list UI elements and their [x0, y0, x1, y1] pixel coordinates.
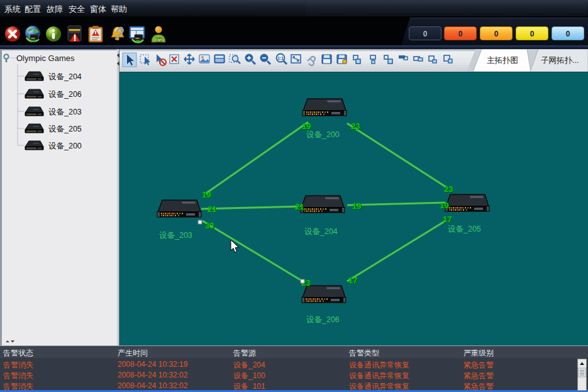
svg-text:19: 19	[440, 201, 448, 210]
svg-text:设备_203: 设备_203	[159, 231, 192, 240]
svg-text:主拓扑图: 主拓扑图	[487, 56, 518, 65]
svg-text:子网拓扑...: 子网拓扑...	[541, 56, 579, 65]
svg-text:19: 19	[202, 190, 211, 199]
svg-text:21: 21	[295, 202, 304, 211]
svg-text:19: 19	[352, 201, 361, 211]
svg-text:设备_205: 设备_205	[48, 125, 82, 133]
svg-text:19: 19	[302, 121, 311, 131]
svg-text:33: 33	[205, 221, 214, 230]
svg-text:设备_200: 设备_200	[306, 130, 340, 139]
svg-text:Olympic Games: Olympic Games	[16, 53, 75, 63]
svg-text:设备_206: 设备_206	[48, 90, 82, 99]
svg-text:设备_200: 设备_200	[48, 142, 82, 150]
svg-text:设备_205: 设备_205	[448, 225, 481, 233]
svg-text:17: 17	[443, 215, 452, 224]
svg-text:设备_204: 设备_204	[48, 72, 82, 81]
svg-text:23: 23	[444, 184, 453, 194]
svg-text:21: 21	[208, 204, 216, 214]
svg-text:EMS: EMS	[155, 38, 164, 42]
svg-text:设备_206: 设备_206	[306, 315, 340, 324]
svg-text:设备_203: 设备_203	[48, 108, 82, 116]
svg-text:1:1: 1:1	[277, 56, 284, 60]
svg-text:23: 23	[351, 121, 360, 131]
svg-text:设备_204: 设备_204	[304, 227, 338, 236]
svg-text:17: 17	[348, 276, 357, 285]
